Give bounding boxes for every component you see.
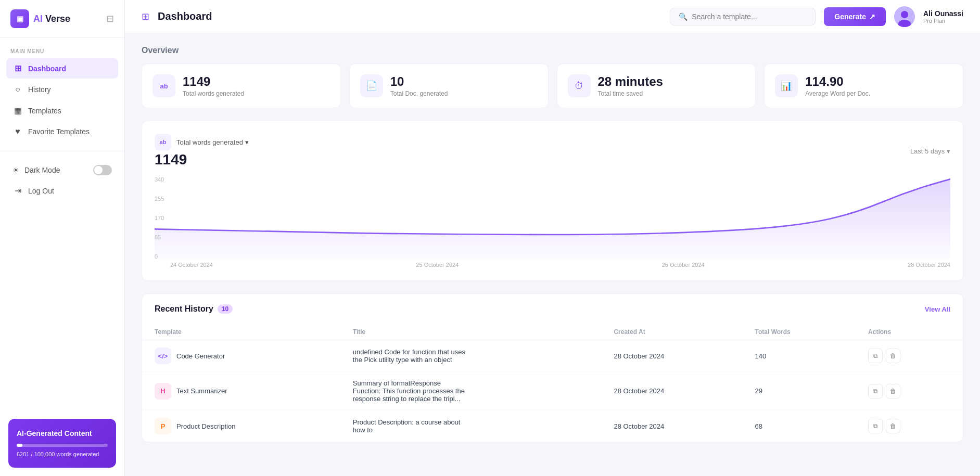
stat-time-label: Total time saved xyxy=(598,90,663,97)
row2-delete-button[interactable]: 🗑 xyxy=(886,384,900,398)
x-label-2: 25 October 2024 xyxy=(416,262,459,268)
chart-title-text: Total words generated xyxy=(176,138,243,146)
dark-mode-toggle[interactable] xyxy=(93,165,112,175)
row1-created: 28 October 2024 xyxy=(601,340,742,372)
row1-action-buttons: ⧉ 🗑 xyxy=(868,349,950,363)
table-row: P Product Description Product Descriptio… xyxy=(142,410,963,442)
chart-dropdown-icon: ▾ xyxy=(245,138,249,146)
sidebar-promo: AI-Generated Content 6201 / 100,000 word… xyxy=(8,419,116,468)
row3-words: 68 xyxy=(743,410,856,442)
sidebar-item-label: Dashboard xyxy=(28,65,66,73)
chart-icon-wrap: ab xyxy=(155,134,171,150)
sidebar-nav: ⊞ Dashboard ○ History ▦ Templates ♥ Favo… xyxy=(0,58,124,143)
generate-icon: ↗ xyxy=(869,12,875,21)
stat-avg-label: Average Word per Doc. xyxy=(805,90,870,97)
promo-progress-bar xyxy=(17,444,108,447)
stat-card-words: ab 1149 Total words generated xyxy=(142,63,341,108)
header-search-box[interactable]: 🔍 xyxy=(670,8,816,25)
recent-history-card: Recent History 10 View All Template Titl… xyxy=(142,293,963,442)
logo-text: AI Verse xyxy=(33,14,70,24)
row1-template: </> Code Generator xyxy=(142,340,340,372)
sidebar-bottom: ☀ Dark Mode ⇥ Log Out xyxy=(0,160,124,202)
chart-svg xyxy=(155,176,950,260)
user-plan: Pro Plan xyxy=(923,18,963,24)
row3-copy-button[interactable]: ⧉ xyxy=(868,419,883,433)
table-row: </> Code Generator undefined Code for fu… xyxy=(142,340,963,372)
stat-docs-value: 10 xyxy=(390,74,448,89)
search-input[interactable] xyxy=(692,12,807,21)
content-area: Overview ab 1149 Total words generated 📄… xyxy=(125,33,980,476)
sidebar-item-logout[interactable]: ⇥ Log Out xyxy=(6,181,118,201)
x-label-3: 26 October 2024 xyxy=(662,262,705,268)
row2-created: 28 October 2024 xyxy=(601,372,742,410)
overview-title: Overview xyxy=(142,46,963,55)
sidebar-toggle-icon[interactable]: ⊟ xyxy=(106,13,114,24)
recent-history-label: Recent History xyxy=(155,304,213,314)
stat-avg-icon: 📊 xyxy=(775,74,798,97)
row3-title: Product Description: a course about how … xyxy=(340,410,602,442)
sidebar-divider xyxy=(0,151,124,151)
toggle-knob xyxy=(94,166,103,174)
text-summarizer-icon: H xyxy=(155,383,171,400)
stat-card-avg: 📊 114.90 Average Word per Doc. xyxy=(764,63,963,108)
row1-title-text: undefined Code for function that uses th… xyxy=(353,348,467,364)
avatar-image xyxy=(894,6,915,27)
chart-period[interactable]: Last 5 days ▾ xyxy=(910,147,950,155)
promo-progress-fill xyxy=(17,444,22,447)
sidebar-item-dashboard[interactable]: ⊞ Dashboard xyxy=(6,58,118,79)
sidebar-item-label: Favorite Templates xyxy=(28,127,90,136)
row3-delete-button[interactable]: 🗑 xyxy=(886,419,900,433)
header-dashboard-icon: ⊞ xyxy=(142,11,149,22)
promo-usage-text: 6201 / 100,000 words generated xyxy=(17,451,108,457)
product-desc-icon: P xyxy=(155,418,171,434)
view-all-button[interactable]: View All xyxy=(925,305,950,313)
row3-actions: ⧉ 🗑 xyxy=(856,410,963,442)
main-area: ⊞ Dashboard 🔍 Generate ↗ Ali Ounassi Pro… xyxy=(125,0,980,476)
template-name-2: Text Summarizer xyxy=(176,387,227,395)
row3-created: 28 October 2024 xyxy=(601,410,742,442)
header: ⊞ Dashboard 🔍 Generate ↗ Ali Ounassi Pro… xyxy=(125,0,980,33)
template-name-1: Code Generator xyxy=(176,352,225,360)
row2-title: Summary of formatResponse Function: This… xyxy=(340,372,602,410)
chart-dropdown[interactable]: Total words generated ▾ xyxy=(176,138,249,146)
stat-docs-label: Total Doc. generated xyxy=(390,90,448,97)
generate-button[interactable]: Generate ↗ xyxy=(824,7,886,26)
sidebar-item-label: Templates xyxy=(28,107,61,115)
table-header-row-tr: Template Title Created At Total Words Ac… xyxy=(142,324,963,340)
chart-ab-icon: ab xyxy=(160,139,167,145)
row2-words: 29 xyxy=(743,372,856,410)
stats-row: ab 1149 Total words generated 📄 10 Total… xyxy=(142,63,963,108)
row3-action-buttons: ⧉ 🗑 xyxy=(868,419,950,433)
sidebar-item-templates[interactable]: ▦ Templates xyxy=(6,100,118,121)
sun-icon: ☀ xyxy=(12,166,19,174)
stat-docs-icon: 📄 xyxy=(360,74,383,97)
x-label-1: 24 October 2024 xyxy=(170,262,213,268)
sidebar-item-history[interactable]: ○ History xyxy=(6,80,118,99)
code-generator-icon: </> xyxy=(155,348,171,364)
chart-title-row: ab Total words generated ▾ xyxy=(155,134,249,150)
stat-words-info: 1149 Total words generated xyxy=(183,74,244,97)
stat-avg-info: 114.90 Average Word per Doc. xyxy=(805,74,870,97)
col-template: Template xyxy=(142,324,340,340)
stat-card-docs: 📄 10 Total Doc. generated xyxy=(349,63,549,108)
row3-template: P Product Description xyxy=(142,410,340,442)
stat-time-info: 28 minutes Total time saved xyxy=(598,74,663,97)
history-table: Template Title Created At Total Words Ac… xyxy=(142,324,963,442)
logo-ai: AI xyxy=(33,14,43,24)
sidebar-item-favorites[interactable]: ♥ Favorite Templates xyxy=(6,122,118,141)
col-words: Total Words xyxy=(743,324,856,340)
chart-card: ab Total words generated ▾ 1149 Last 5 d… xyxy=(142,121,963,281)
row1-delete-button[interactable]: 🗑 xyxy=(886,349,900,363)
row1-copy-button[interactable]: ⧉ xyxy=(868,349,883,363)
stat-time-icon: ⏱ xyxy=(568,74,591,97)
promo-title: AI-Generated Content xyxy=(17,429,108,438)
table-head: Template Title Created At Total Words Ac… xyxy=(142,324,963,340)
generate-label: Generate xyxy=(834,12,866,21)
search-icon: 🔍 xyxy=(679,12,688,21)
table-header-row: Recent History 10 View All xyxy=(142,294,963,324)
row2-action-buttons: ⧉ 🗑 xyxy=(868,384,950,398)
svg-point-1 xyxy=(901,11,908,18)
stat-avg-value: 114.90 xyxy=(805,74,870,89)
row2-copy-button[interactable]: ⧉ xyxy=(868,384,883,398)
header-title: Dashboard xyxy=(158,10,212,22)
